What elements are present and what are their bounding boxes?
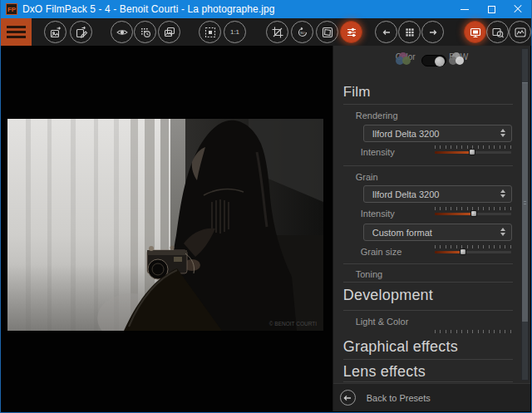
thumbnails-button[interactable] [398, 21, 421, 43]
divider [343, 263, 513, 264]
subsection-rendering[interactable]: Rendering [356, 111, 398, 120]
divider [343, 104, 513, 105]
divider [343, 359, 513, 360]
zoom-100-button[interactable]: 1:1 [224, 21, 246, 43]
slider-ticks [435, 245, 511, 248]
export-edit-icon [75, 26, 88, 39]
scrollbar-thumb[interactable] [522, 82, 528, 322]
loupe-button[interactable] [486, 21, 509, 43]
rendering-preset-value: Ilford Delta 3200 [372, 129, 495, 139]
section-lens-effects[interactable]: Lens effects [343, 363, 426, 381]
export-image-icon [49, 26, 62, 39]
fit-screen-icon [204, 26, 217, 39]
arrow-right-icon [426, 26, 440, 39]
grain-format-dropdown[interactable]: Custom format [363, 224, 512, 241]
rendering-intensity-label: Intensity [361, 147, 395, 157]
back-arrow-icon [342, 393, 352, 403]
photos-stack-icon [163, 26, 176, 39]
slider-fill [435, 213, 474, 215]
sliders-icon [345, 26, 358, 39]
rotate-90-button[interactable]: 90° [291, 21, 313, 43]
panel-footer: Back to Presets [333, 383, 530, 411]
toolbar: 1:1 90° [1, 18, 531, 46]
maximize-icon [488, 6, 495, 13]
grain-intensity-slider[interactable] [435, 207, 511, 218]
divider [343, 282, 513, 283]
grain-format-value: Custom format [372, 228, 495, 238]
slider-knob[interactable] [470, 210, 477, 217]
window-title: DxO FilmPack 5 - 4 - Benoit Courti - La … [22, 3, 275, 15]
grain-intensity-label: Intensity [361, 209, 395, 219]
rendering-intensity-slider[interactable] [435, 145, 511, 156]
grain-preset-value: Ilford Delta 3200 [372, 189, 495, 199]
spinner-icon [500, 189, 505, 198]
slider-fill [435, 151, 472, 154]
grain-size-slider[interactable] [435, 245, 511, 256]
close-icon [514, 5, 522, 13]
section-film[interactable]: Film [343, 84, 371, 101]
rendering-preset-dropdown[interactable]: Ilford Delta 3200 [363, 125, 512, 142]
image-browser-button[interactable] [158, 21, 180, 43]
export-to-application-button[interactable] [70, 21, 92, 43]
grain-size-label: Grain size [361, 247, 402, 257]
image-canvas: © BENOIT COURTI [2, 46, 332, 411]
presets-history-button[interactable] [134, 21, 156, 43]
main-area: © BENOIT COURTI Color [2, 46, 530, 411]
minimize-button[interactable] [451, 0, 478, 18]
titlebar: FP DxO FilmPack 5 - 4 - Benoit Courti - … [1, 0, 531, 18]
section-development[interactable]: Development [343, 287, 433, 304]
export-to-disk-button[interactable] [44, 21, 66, 43]
next-image-button[interactable] [421, 21, 444, 43]
section-graphical-effects[interactable]: Graphical effects [343, 338, 458, 356]
app-icon: FP [6, 3, 17, 15]
subsection-grain[interactable]: Grain [356, 172, 378, 182]
divider [343, 310, 513, 311]
panel-scrollbar[interactable] [521, 48, 529, 381]
partial-slider-ticks [435, 330, 511, 333]
app-window: FP DxO FilmPack 5 - 4 - Benoit Courti - … [0, 0, 532, 413]
compare-button[interactable] [111, 21, 133, 43]
perspective-icon [321, 26, 334, 39]
arrow-left-icon [380, 26, 393, 39]
slider-fill [435, 251, 463, 253]
crop-button[interactable] [266, 21, 288, 43]
spinner-icon [500, 228, 505, 236]
maximize-button[interactable] [478, 0, 505, 18]
previous-image-button[interactable] [375, 21, 397, 43]
one-to-one-label: 1:1 [230, 28, 239, 36]
fit-screen-button[interactable] [199, 21, 221, 43]
waveform-icon [514, 26, 527, 39]
grain-preset-dropdown[interactable]: Ilford Delta 3200 [363, 185, 512, 203]
crop-icon [271, 26, 284, 39]
subsection-toning[interactable]: Toning [356, 269, 382, 279]
color-mode-button[interactable]: Color [389, 52, 422, 61]
hamburger-icon [7, 26, 26, 28]
display-mode-button[interactable] [464, 21, 486, 43]
magnifier-image-icon [491, 26, 505, 39]
photo-la-photographe: © BENOIT COURTI [7, 119, 323, 331]
back-to-presets-label[interactable]: Back to Presets [367, 393, 431, 403]
rotate-icon: 90° [296, 26, 309, 39]
slider-knob[interactable] [460, 248, 466, 255]
grid-icon [403, 26, 416, 39]
menu-button[interactable] [1, 18, 32, 46]
perspective-button[interactable] [316, 21, 338, 43]
settings-panel: Color B&W Film Rendering Ilford Delta 32… [332, 46, 530, 411]
close-button[interactable] [505, 0, 531, 18]
minimize-icon [461, 9, 469, 10]
subsection-light-color[interactable]: Light & Color [356, 317, 409, 327]
bw-mode-button[interactable]: B&W [442, 52, 475, 61]
divider [343, 381, 513, 382]
spinner-icon [500, 129, 505, 137]
divider [343, 165, 513, 166]
history-icon [139, 26, 152, 39]
monitor-icon [469, 26, 482, 39]
slider-knob[interactable] [469, 149, 475, 155]
back-to-presets-button[interactable] [340, 390, 356, 406]
histogram-button[interactable] [509, 21, 531, 43]
adjustments-button[interactable] [340, 21, 362, 43]
photo-watermark: © BENOIT COURTI [269, 321, 317, 327]
svg-text:90°: 90° [300, 30, 306, 34]
eye-icon [116, 26, 129, 39]
